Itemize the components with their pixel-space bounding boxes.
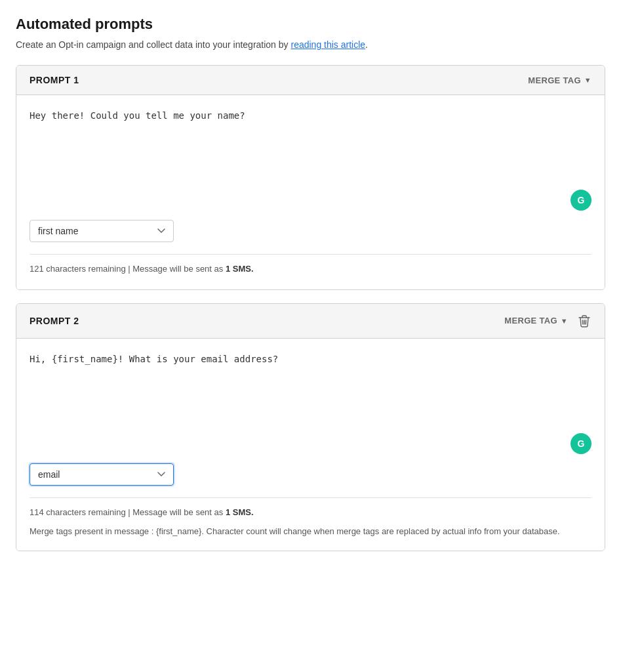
prompt-2-char-count: 114 characters remaining | Message will … [30, 506, 591, 520]
prompt-2-label: PROMPT 2 [30, 316, 79, 326]
prompt-1-header: PROMPT 1 MERGE TAG ▼ [16, 66, 605, 95]
prompt-1-merge-tag-chevron-icon: ▼ [584, 76, 591, 84]
prompt-1-footer: 121 characters remaining | Message will … [30, 254, 591, 276]
prompt-2-textarea[interactable]: Hi, {first_name}! What is your email add… [30, 352, 591, 430]
prompt-1-merge-tag-label: MERGE TAG [528, 75, 580, 85]
prompt-1-grammarly-area: G [30, 190, 591, 211]
prompt-1-label: PROMPT 1 [30, 75, 79, 85]
article-link[interactable]: reading this article [290, 39, 365, 50]
prompt-2-merge-tag-button[interactable]: MERGE TAG ▼ [504, 316, 568, 326]
prompt-2-grammarly-area: G [30, 433, 591, 454]
page-description: Create an Opt-in campaign and collect da… [16, 38, 605, 52]
prompt-1-merge-tag-button[interactable]: MERGE TAG ▼ [528, 75, 591, 85]
prompt-1-field-select[interactable]: first name last name email phone [30, 220, 174, 242]
prompt-2-header-actions: MERGE TAG ▼ [504, 313, 591, 329]
prompt-2-field-select[interactable]: first name last name email phone [30, 463, 174, 486]
page-title: Automated prompts [16, 16, 605, 33]
prompt-1-body: Hey there! Could you tell me your name? … [16, 95, 605, 289]
prompt-1-textarea[interactable]: Hey there! Could you tell me your name? [30, 108, 591, 187]
description-period: . [365, 39, 368, 50]
prompt-1-header-actions: MERGE TAG ▼ [528, 75, 591, 85]
prompt-1-char-count: 121 characters remaining | Message will … [30, 262, 591, 276]
description-text: Create an Opt-in campaign and collect da… [16, 39, 290, 50]
prompt-2-body: Hi, {first_name}! What is your email add… [16, 339, 605, 551]
prompt-2-delete-button[interactable] [577, 313, 591, 329]
prompt-2-merge-tag-label: MERGE TAG [504, 316, 557, 326]
prompt-card-1: PROMPT 1 MERGE TAG ▼ Hey there! Could yo… [16, 65, 605, 290]
prompt-2-merge-tag-chevron-icon: ▼ [561, 317, 568, 325]
prompt-2-header: PROMPT 2 MERGE TAG ▼ [16, 304, 605, 339]
prompt-card-2: PROMPT 2 MERGE TAG ▼ Hi, {first_name}! W… [16, 303, 605, 551]
prompt-2-grammarly-icon[interactable]: G [571, 433, 591, 454]
prompt-1-grammarly-icon[interactable]: G [571, 190, 591, 211]
prompt-2-footer: 114 characters remaining | Message will … [30, 497, 591, 537]
trash-icon [578, 314, 590, 327]
prompt-2-merge-note: Merge tags present in message : {first_n… [30, 525, 591, 538]
